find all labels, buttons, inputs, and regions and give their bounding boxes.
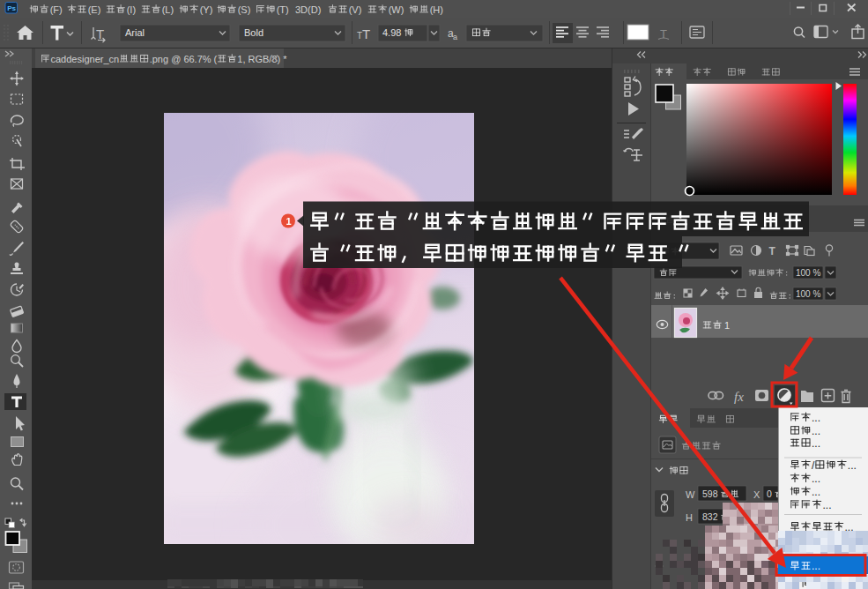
svg-text:...: ... — [812, 437, 820, 450]
svg-text:4.98: 4.98 — [382, 27, 401, 38]
svg-text:T: T — [769, 245, 776, 257]
svg-text:1, RGB/8) *: 1, RGB/8) * — [237, 54, 287, 64]
svg-text:...: ... — [812, 560, 820, 572]
svg-text:(E): (E) — [88, 4, 101, 15]
svg-text:3D(D): 3D(D) — [295, 4, 321, 15]
svg-text:(L): (L) — [162, 4, 174, 15]
svg-text:(I): (I) — [127, 4, 136, 15]
svg-text:(V): (V) — [349, 4, 362, 15]
svg-text:(W): (W) — [389, 4, 404, 15]
svg-text:T: T — [362, 26, 370, 41]
svg-text:Arial: Arial — [125, 27, 145, 38]
svg-text:(F): (F) — [50, 4, 63, 15]
svg-text:0: 0 — [767, 488, 772, 499]
svg-text:(Y): (Y) — [200, 4, 213, 15]
svg-text:...: ... — [848, 459, 857, 472]
svg-text:.png @ 66.7% (: .png @ 66.7% ( — [150, 54, 218, 64]
svg-text:(S): (S) — [238, 4, 251, 15]
svg-text:caddesigner_cn: caddesigner_cn — [51, 54, 120, 64]
svg-text:1: 1 — [286, 216, 292, 227]
svg-text:T: T — [96, 26, 104, 41]
svg-text:fx: fx — [734, 390, 744, 404]
svg-text:W: W — [686, 489, 695, 500]
svg-text:832: 832 — [702, 511, 718, 522]
svg-text:Bold: Bold — [244, 27, 263, 38]
svg-text:...: ... — [812, 425, 820, 437]
svg-text:100 %: 100 % — [796, 289, 820, 299]
svg-text:...: ... — [812, 473, 820, 485]
svg-text:100 %: 100 % — [796, 268, 820, 278]
svg-text:H: H — [686, 512, 693, 523]
svg-text:...: ... — [812, 412, 820, 424]
svg-text:(H): (H) — [430, 4, 443, 15]
svg-text:598: 598 — [702, 488, 718, 499]
svg-text:X: X — [753, 489, 760, 500]
svg-text:...: ... — [823, 499, 832, 511]
svg-text:a: a — [453, 33, 457, 41]
svg-text:1: 1 — [724, 320, 730, 331]
svg-text:(T): (T) — [277, 4, 289, 15]
svg-text:...: ... — [812, 486, 820, 498]
svg-text:Ps: Ps — [7, 4, 16, 12]
